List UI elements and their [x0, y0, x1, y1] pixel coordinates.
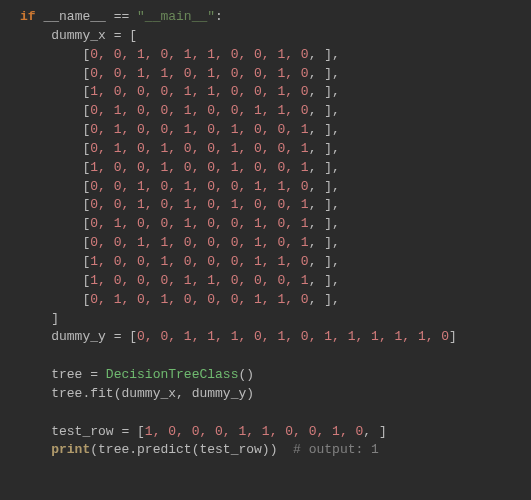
- bracket-close: , ],: [309, 103, 340, 118]
- number-list: 0, 0, 1, 1, 0, 1, 0, 0, 1, 0: [90, 66, 308, 81]
- number-list: 0, 0, 1, 0, 1, 0, 1, 0, 0, 1: [90, 197, 308, 212]
- code-line: ]: [20, 310, 531, 329]
- code-line: if __name__ == "__main__":: [20, 8, 531, 27]
- bracket-close: , ],: [309, 179, 340, 194]
- code-line: [0, 1, 0, 1, 0, 0, 0, 1, 1, 0, ],: [20, 291, 531, 310]
- code-line: print(tree.predict(test_row)) # output: …: [20, 441, 531, 460]
- bracket-close: , ],: [309, 47, 340, 62]
- code-line: [1, 0, 0, 0, 1, 1, 0, 0, 1, 0, ],: [20, 83, 531, 102]
- bracket-close: , ],: [309, 235, 340, 250]
- code-line: dummy_y = [0, 0, 1, 1, 1, 0, 1, 0, 1, 1,…: [20, 328, 531, 347]
- code-line: [1, 0, 0, 1, 0, 0, 1, 0, 0, 1, ],: [20, 159, 531, 178]
- code-line: tree.fit(dummy_x, dummy_y): [20, 385, 531, 404]
- bracket-close: , ],: [309, 160, 340, 175]
- bracket-close: , ],: [309, 197, 340, 212]
- bracket-close: , ],: [309, 141, 340, 156]
- number-list: 1, 0, 0, 0, 1, 1, 0, 0, 0, 1: [90, 273, 308, 288]
- number-list: 0, 1, 0, 0, 1, 0, 1, 0, 0, 1: [90, 122, 308, 137]
- code-line: [0, 0, 1, 1, 0, 1, 0, 0, 1, 0, ],: [20, 65, 531, 84]
- number-list: 1, 0, 0, 0, 1, 1, 0, 0, 1, 0: [90, 84, 308, 99]
- number-list: 0, 1, 0, 0, 1, 0, 0, 1, 1, 0: [90, 103, 308, 118]
- class-name: DecisionTreeClass: [106, 367, 239, 382]
- code-editor-content: if __name__ == "__main__": dummy_x = [ […: [0, 0, 531, 468]
- method-call: tree.fit(dummy_x, dummy_y): [51, 386, 254, 401]
- identifier: __name__: [43, 9, 105, 24]
- number-list: 0, 0, 1, 1, 0, 0, 0, 1, 0, 1: [90, 235, 308, 250]
- bracket-close: , ],: [309, 122, 340, 137]
- code-line: [0, 0, 1, 0, 1, 0, 1, 0, 0, 1, ],: [20, 196, 531, 215]
- bracket-close: , ],: [309, 84, 340, 99]
- bracket-close: , ],: [309, 254, 340, 269]
- number-list: 1, 0, 0, 0, 1, 1, 0, 0, 1, 0: [145, 424, 363, 439]
- code-line: tree = DecisionTreeClass(): [20, 366, 531, 385]
- code-line: [0, 1, 0, 0, 1, 0, 0, 1, 0, 1, ],: [20, 215, 531, 234]
- number-list: 0, 1, 0, 1, 0, 0, 1, 0, 0, 1: [90, 141, 308, 156]
- identifier: test_row = [: [51, 424, 145, 439]
- number-list: 1, 0, 0, 1, 0, 0, 0, 1, 1, 0: [90, 254, 308, 269]
- identifier: dummy_x = [: [51, 28, 137, 43]
- code-line: [0, 0, 1, 0, 1, 0, 0, 1, 1, 0, ],: [20, 178, 531, 197]
- blank-line: [20, 404, 531, 423]
- comment: # output: 1: [293, 442, 379, 457]
- code-line: [0, 1, 0, 0, 1, 0, 0, 1, 1, 0, ],: [20, 102, 531, 121]
- code-line: [1, 0, 0, 0, 1, 1, 0, 0, 0, 1, ],: [20, 272, 531, 291]
- number-list: 0, 0, 1, 1, 1, 0, 1, 0, 1, 1, 1, 1, 1, 0: [137, 329, 449, 344]
- code-line: [0, 0, 1, 0, 1, 1, 0, 0, 1, 0, ],: [20, 46, 531, 65]
- number-list: 0, 1, 0, 1, 0, 0, 0, 1, 1, 0: [90, 292, 308, 307]
- string-literal: "__main__": [137, 9, 215, 24]
- identifier: dummy_y = [: [51, 329, 137, 344]
- builtin-print: print: [51, 442, 90, 457]
- bracket-close: , ],: [309, 292, 340, 307]
- keyword-if: if: [20, 9, 36, 24]
- code-line: dummy_x = [: [20, 27, 531, 46]
- code-line: [0, 0, 1, 1, 0, 0, 0, 1, 0, 1, ],: [20, 234, 531, 253]
- bracket-close: , ],: [309, 273, 340, 288]
- number-list: 0, 1, 0, 0, 1, 0, 0, 1, 0, 1: [90, 216, 308, 231]
- number-list: 0, 0, 1, 0, 1, 0, 0, 1, 1, 0: [90, 179, 308, 194]
- bracket-close: , ],: [309, 66, 340, 81]
- bracket-close: , ],: [309, 216, 340, 231]
- code-line: [0, 1, 0, 0, 1, 0, 1, 0, 0, 1, ],: [20, 121, 531, 140]
- code-line: test_row = [1, 0, 0, 0, 1, 1, 0, 0, 1, 0…: [20, 423, 531, 442]
- number-list: 1, 0, 0, 1, 0, 0, 1, 0, 0, 1: [90, 160, 308, 175]
- blank-line: [20, 347, 531, 366]
- code-line: [1, 0, 0, 1, 0, 0, 0, 1, 1, 0, ],: [20, 253, 531, 272]
- code-line: [0, 1, 0, 1, 0, 0, 1, 0, 0, 1, ],: [20, 140, 531, 159]
- number-list: 0, 0, 1, 0, 1, 1, 0, 0, 1, 0: [90, 47, 308, 62]
